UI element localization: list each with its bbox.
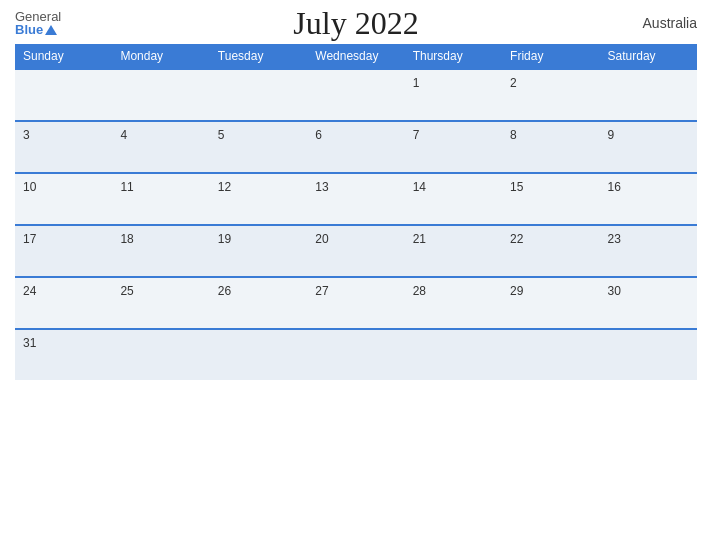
calendar-day-cell: 17 — [15, 225, 112, 277]
calendar-day-cell: 1 — [405, 69, 502, 121]
calendar-day-cell: 29 — [502, 277, 599, 329]
calendar-day-cell: 8 — [502, 121, 599, 173]
calendar-week-row: 31 — [15, 329, 697, 380]
calendar-day-cell — [210, 69, 307, 121]
calendar-day-cell — [307, 69, 404, 121]
calendar-day-cell — [112, 329, 209, 380]
day-number: 20 — [315, 232, 328, 246]
header-wednesday: Wednesday — [307, 44, 404, 69]
calendar-week-row: 12 — [15, 69, 697, 121]
calendar-week-row: 17181920212223 — [15, 225, 697, 277]
day-number: 4 — [120, 128, 127, 142]
calendar-day-cell: 4 — [112, 121, 209, 173]
day-number: 2 — [510, 76, 517, 90]
day-number: 10 — [23, 180, 36, 194]
header-saturday: Saturday — [600, 44, 697, 69]
month-title: July 2022 — [293, 5, 418, 42]
calendar-day-cell: 22 — [502, 225, 599, 277]
day-number: 1 — [413, 76, 420, 90]
calendar-day-cell: 16 — [600, 173, 697, 225]
day-number: 27 — [315, 284, 328, 298]
header-monday: Monday — [112, 44, 209, 69]
day-number: 17 — [23, 232, 36, 246]
day-number: 3 — [23, 128, 30, 142]
day-number: 21 — [413, 232, 426, 246]
calendar-week-row: 10111213141516 — [15, 173, 697, 225]
header-tuesday: Tuesday — [210, 44, 307, 69]
header-thursday: Thursday — [405, 44, 502, 69]
calendar-day-cell — [307, 329, 404, 380]
calendar-day-cell: 5 — [210, 121, 307, 173]
calendar-day-cell: 21 — [405, 225, 502, 277]
day-number: 28 — [413, 284, 426, 298]
day-number: 22 — [510, 232, 523, 246]
calendar-day-cell: 6 — [307, 121, 404, 173]
calendar-day-cell: 10 — [15, 173, 112, 225]
calendar-day-cell: 13 — [307, 173, 404, 225]
calendar-container: General Blue July 2022 Australia Sunday … — [0, 0, 712, 550]
calendar-day-cell: 14 — [405, 173, 502, 225]
calendar-day-cell: 15 — [502, 173, 599, 225]
day-number: 8 — [510, 128, 517, 142]
header-friday: Friday — [502, 44, 599, 69]
calendar-table: Sunday Monday Tuesday Wednesday Thursday… — [15, 44, 697, 380]
calendar-day-cell: 3 — [15, 121, 112, 173]
calendar-day-cell: 30 — [600, 277, 697, 329]
calendar-day-cell: 7 — [405, 121, 502, 173]
calendar-day-cell: 9 — [600, 121, 697, 173]
calendar-day-cell: 25 — [112, 277, 209, 329]
calendar-day-cell: 28 — [405, 277, 502, 329]
calendar-day-cell: 18 — [112, 225, 209, 277]
day-number: 18 — [120, 232, 133, 246]
day-number: 12 — [218, 180, 231, 194]
calendar-day-cell — [405, 329, 502, 380]
calendar-week-row: 3456789 — [15, 121, 697, 173]
calendar-day-cell — [15, 69, 112, 121]
calendar-day-cell — [502, 329, 599, 380]
day-number: 15 — [510, 180, 523, 194]
day-number: 23 — [608, 232, 621, 246]
calendar-day-cell — [600, 329, 697, 380]
calendar-day-cell: 23 — [600, 225, 697, 277]
day-number: 24 — [23, 284, 36, 298]
day-number: 6 — [315, 128, 322, 142]
day-number: 26 — [218, 284, 231, 298]
header-sunday: Sunday — [15, 44, 112, 69]
calendar-week-row: 24252627282930 — [15, 277, 697, 329]
calendar-day-cell — [112, 69, 209, 121]
calendar-day-cell — [210, 329, 307, 380]
calendar-day-cell: 27 — [307, 277, 404, 329]
day-number: 9 — [608, 128, 615, 142]
day-number: 5 — [218, 128, 225, 142]
logo-triangle-icon — [45, 25, 57, 35]
calendar-day-cell: 31 — [15, 329, 112, 380]
country-label: Australia — [643, 15, 697, 31]
calendar-day-cell: 26 — [210, 277, 307, 329]
day-number: 19 — [218, 232, 231, 246]
calendar-header: General Blue July 2022 Australia — [15, 10, 697, 36]
day-number: 29 — [510, 284, 523, 298]
calendar-day-cell: 12 — [210, 173, 307, 225]
calendar-day-cell: 24 — [15, 277, 112, 329]
day-number: 11 — [120, 180, 133, 194]
calendar-day-cell: 2 — [502, 69, 599, 121]
day-number: 31 — [23, 336, 36, 350]
calendar-day-cell: 11 — [112, 173, 209, 225]
logo: General Blue — [15, 10, 61, 36]
calendar-day-cell — [600, 69, 697, 121]
day-number: 25 — [120, 284, 133, 298]
day-number: 7 — [413, 128, 420, 142]
calendar-day-cell: 20 — [307, 225, 404, 277]
day-number: 16 — [608, 180, 621, 194]
day-number: 14 — [413, 180, 426, 194]
day-number: 30 — [608, 284, 621, 298]
days-header-row: Sunday Monday Tuesday Wednesday Thursday… — [15, 44, 697, 69]
logo-blue-text: Blue — [15, 23, 43, 36]
calendar-day-cell: 19 — [210, 225, 307, 277]
day-number: 13 — [315, 180, 328, 194]
